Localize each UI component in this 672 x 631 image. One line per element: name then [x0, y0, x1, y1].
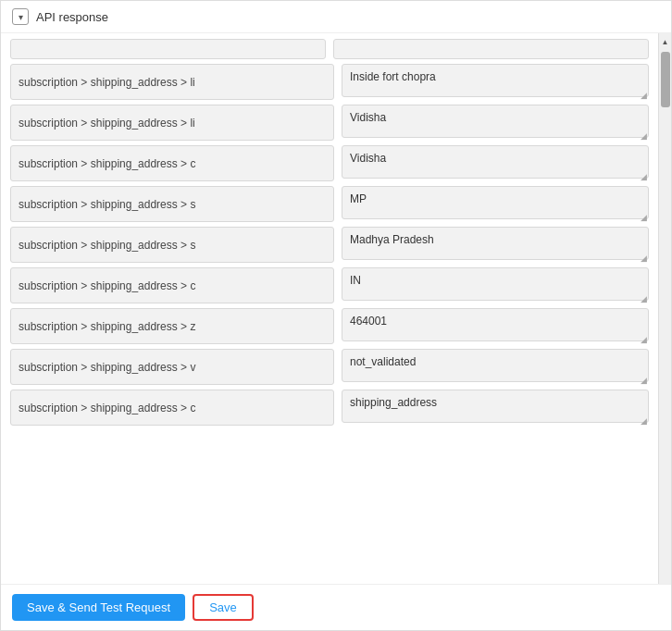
table-row: subscription > shipping_address > c ◢: [10, 390, 649, 426]
main-container: ▾ API response subscription > shipping_a…: [0, 0, 672, 631]
table-row: subscription > shipping_address > s ◢: [10, 186, 649, 222]
resize-handle-5: ◢: [641, 295, 648, 303]
left-field-0: subscription > shipping_address > li: [10, 64, 334, 100]
resize-handle-4: ◢: [641, 254, 648, 262]
right-textarea-8[interactable]: [342, 390, 649, 423]
header-title: API response: [36, 10, 108, 24]
table-row: subscription > shipping_address > li ◢: [10, 64, 649, 100]
partial-left-field: [10, 39, 326, 59]
left-field-3: subscription > shipping_address > s: [10, 186, 334, 222]
resize-handle-6: ◢: [641, 336, 648, 343]
right-field-wrap-4: ◢: [342, 227, 649, 263]
resize-handle-7: ◢: [641, 377, 648, 384]
left-field-4: subscription > shipping_address > s: [10, 227, 334, 263]
content-area: subscription > shipping_address > li ◢ s…: [1, 33, 671, 584]
table-row: subscription > shipping_address > li ◢: [10, 105, 649, 141]
header-bar: ▾ API response: [1, 1, 671, 33]
partial-row: [10, 39, 649, 59]
scroll-up-arrow[interactable]: ▲: [659, 35, 672, 48]
left-field-7: subscription > shipping_address > v: [10, 349, 334, 385]
resize-handle-3: ◢: [641, 214, 648, 221]
right-field-wrap-2: ◢: [342, 145, 649, 181]
table-row: subscription > shipping_address > c ◢: [10, 267, 649, 303]
right-field-wrap-0: ◢: [342, 64, 649, 100]
save-send-button[interactable]: Save & Send Test Request: [12, 594, 185, 621]
resize-handle-1: ◢: [641, 132, 648, 140]
right-textarea-2[interactable]: [342, 145, 649, 179]
right-field-wrap-1: ◢: [342, 105, 649, 141]
table-row: subscription > shipping_address > v ◢: [10, 349, 649, 385]
table-row: subscription > shipping_address > s ◢: [10, 227, 649, 263]
save-button[interactable]: Save: [193, 594, 254, 621]
right-field-wrap-5: ◢: [342, 267, 649, 303]
resize-handle-2: ◢: [641, 173, 648, 180]
right-field-wrap-3: ◢: [342, 186, 649, 222]
footer-bar: Save & Send Test Request Save: [1, 584, 671, 630]
right-textarea-0[interactable]: [342, 64, 649, 97]
table-row: subscription > shipping_address > c ◢: [10, 145, 649, 181]
scrollbar-track[interactable]: ▲: [658, 33, 671, 584]
partial-right-field: [333, 39, 649, 59]
left-field-5: subscription > shipping_address > c: [10, 267, 334, 303]
right-textarea-6[interactable]: [342, 308, 649, 341]
right-field-wrap-8: ◢: [342, 390, 649, 426]
left-field-8: subscription > shipping_address > c: [10, 390, 334, 426]
right-textarea-4[interactable]: [342, 227, 649, 260]
rows-panel: subscription > shipping_address > li ◢ s…: [1, 33, 658, 584]
table-row: subscription > shipping_address > z ◢: [10, 308, 649, 344]
left-field-6: subscription > shipping_address > z: [10, 308, 334, 344]
right-textarea-7[interactable]: [342, 349, 649, 382]
toggle-icon[interactable]: ▾: [12, 8, 29, 25]
scroll-thumb[interactable]: [661, 52, 670, 107]
right-textarea-5[interactable]: [342, 267, 649, 301]
resize-handle-0: ◢: [641, 92, 648, 99]
right-textarea-1[interactable]: [342, 105, 649, 138]
right-field-wrap-7: ◢: [342, 349, 649, 385]
right-field-wrap-6: ◢: [342, 308, 649, 344]
left-field-1: subscription > shipping_address > li: [10, 105, 334, 141]
left-field-2: subscription > shipping_address > c: [10, 145, 334, 181]
resize-handle-8: ◢: [641, 417, 648, 425]
right-textarea-3[interactable]: [342, 186, 649, 219]
